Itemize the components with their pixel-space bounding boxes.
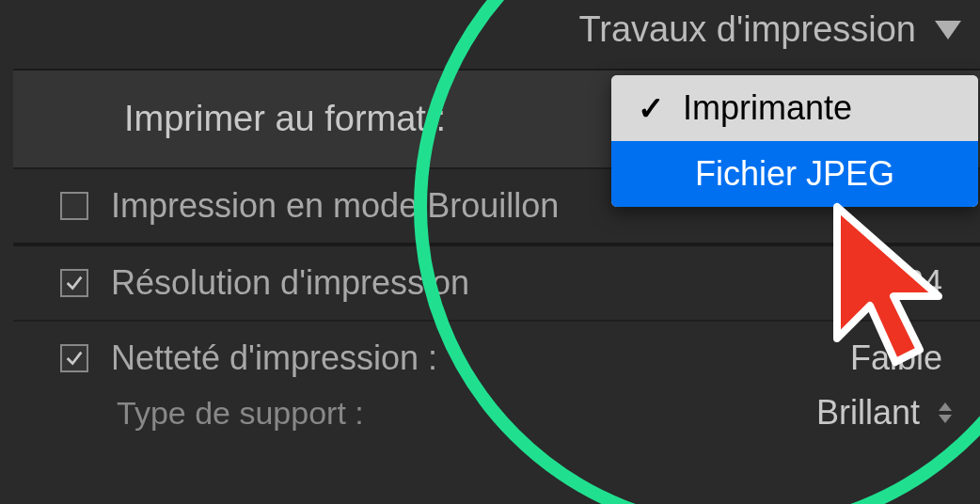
checkmark-icon: ✓: [638, 89, 664, 127]
draft-mode-checkbox[interactable]: [60, 192, 88, 220]
sharpening-label: Netteté d'impression :: [111, 339, 850, 378]
resolution-row[interactable]: Résolution d'impression 24: [13, 246, 980, 322]
checkmark-icon: [64, 348, 85, 369]
media-type-row[interactable]: Type de support : Brillant: [13, 384, 980, 442]
format-dropdown-menu[interactable]: ✓ Imprimante Fichier JPEG: [611, 75, 978, 207]
panel-title-row[interactable]: Travaux d'impression: [0, 0, 980, 69]
panel-title: Travaux d'impression: [578, 9, 916, 50]
sharpening-value[interactable]: Faible: [850, 339, 942, 378]
dropdown-item-jpeg[interactable]: Fichier JPEG: [611, 141, 978, 207]
media-type-stepper-icon[interactable]: [939, 402, 952, 423]
media-type-label: Type de support :: [117, 395, 816, 432]
dropdown-item-label: Imprimante: [683, 88, 852, 128]
sharpening-row[interactable]: Netteté d'impression : Faible: [13, 322, 980, 384]
options-section: Résolution d'impression 24 Netteté d'imp…: [13, 244, 980, 442]
media-type-value[interactable]: Brillant: [816, 393, 920, 433]
resolution-label: Résolution d'impression: [111, 263, 905, 303]
dropdown-item-printer[interactable]: ✓ Imprimante: [611, 75, 978, 141]
collapse-triangle-icon[interactable]: [935, 21, 961, 39]
dropdown-item-label: Fichier JPEG: [695, 154, 894, 194]
resolution-value[interactable]: 24: [905, 263, 942, 303]
checkmark-icon: [64, 273, 85, 293]
sharpening-checkbox[interactable]: [60, 344, 88, 372]
resolution-checkbox[interactable]: [60, 269, 88, 297]
